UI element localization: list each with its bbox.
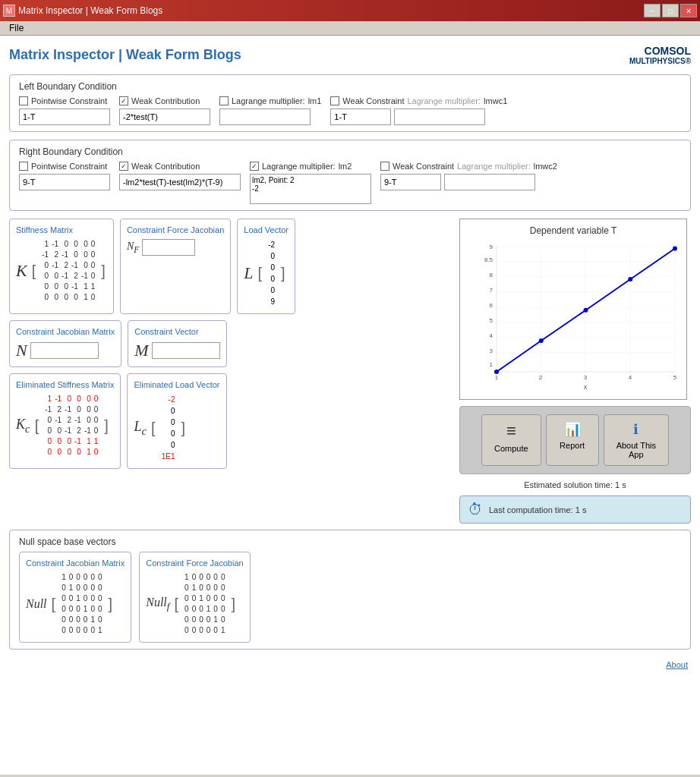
elim-stiffness-grid: 1-10000-12-10000-12-10000-12-10000-11100… (43, 394, 99, 458)
cjm-input[interactable] (30, 342, 99, 359)
null-space-section: Null space base vectors Constraint Jacob… (9, 530, 691, 650)
load-label: Load Vector (244, 225, 289, 234)
svg-text:1: 1 (495, 374, 499, 381)
right-bc-title: Right Boundary Condition (19, 146, 681, 157)
svg-point-31 (584, 308, 588, 313)
report-button[interactable]: 📊 Report (546, 414, 599, 466)
maximize-button[interactable]: □ (662, 4, 679, 17)
left-weak-group: Weak Contribution (119, 96, 210, 125)
chart-title: Dependent variable T (466, 225, 680, 236)
null-space-title: Null space base vectors (19, 536, 681, 547)
null-sym: Null (26, 597, 47, 611)
title-bar: M Matrix Inspector | Weak Form Blogs ─ □… (0, 0, 700, 21)
cjm-label: Constraint Jacobian Matrix (16, 327, 115, 336)
right-weak-label: Weak Contribution (119, 162, 241, 171)
left-matrices-col: Stiffness Matrix K [ 1-10000-12-10000-12… (9, 219, 453, 524)
middle-row: Stiffness Matrix K [ 1-10000-12-10000-12… (9, 219, 691, 524)
window-title: Matrix Inspector | Weak Form Blogs (18, 5, 162, 16)
comsol-sub: MULTIPHYSICS® (629, 57, 691, 65)
null-space-inner: Constraint Jacobian Matrix Null [ 100000… (19, 552, 681, 643)
svg-text:4: 4 (629, 374, 632, 381)
left-pointwise-group: Pointwise Constraint (19, 96, 110, 125)
right-panel: Dependent variable T (459, 219, 691, 524)
cfj-sym: NF (127, 241, 139, 255)
left-wc-checkbox[interactable] (330, 96, 339, 105)
buttons-panel: ≡ Compute 📊 Report ℹ About ThisApp (459, 406, 691, 474)
right-wc-checkbox[interactable] (380, 162, 389, 171)
svg-text:4: 4 (490, 332, 493, 339)
computation-badge: ⏱ Last computation time: 1 s (459, 495, 691, 524)
null-cfj-container: Nullf [ 10000001000000100000010000001000… (146, 572, 243, 636)
cfj-input[interactable] (142, 239, 195, 256)
right-wc-input[interactable] (380, 174, 441, 190)
load-sym: L (244, 263, 253, 283)
elim-load-values: -200001E1 (160, 394, 177, 462)
left-bc-section: Left Boundary Condition Pointwise Constr… (9, 74, 691, 132)
action-buttons-row: ≡ Compute 📊 Report ℹ About ThisApp (468, 414, 683, 466)
about-icon: ℹ (633, 421, 639, 438)
left-weak-checkbox[interactable] (119, 96, 128, 105)
left-bracket: [ (32, 263, 36, 280)
about-link[interactable]: About (9, 660, 691, 669)
right-weak-input[interactable] (119, 174, 241, 190)
svg-text:x: x (584, 383, 588, 391)
elim-load-sym: Lc (134, 419, 147, 438)
left-pointwise-input[interactable] (19, 109, 110, 125)
svg-text:9: 9 (490, 244, 493, 250)
left-lagrange-input[interactable] (219, 109, 311, 125)
right-lagrange-checkbox[interactable] (250, 162, 259, 171)
left-wc-group: Weak Constraint Lagrange multiplier: lmw… (330, 96, 507, 125)
cfj-block: Constraint Force Jacobian NF (120, 219, 231, 314)
right-wc-label: Weak Constraint Lagrange multiplier: lmw… (380, 162, 557, 171)
right-lagrange-group: Lagrange multiplier: lm2 lm2, Point: 2 -… (250, 162, 371, 204)
cjm-block: Constraint Jacobian Matrix N (9, 320, 121, 367)
left-wc-input[interactable] (330, 109, 391, 125)
right-wc-lagrange-input[interactable] (444, 174, 535, 190)
right-weak-checkbox[interactable] (119, 162, 128, 171)
svg-text:7: 7 (490, 287, 493, 294)
null-cjm-block: Constraint Jacobian Matrix Null [ 100000… (19, 552, 131, 643)
report-icon: 📊 (564, 421, 581, 438)
cv-container: M (134, 341, 219, 360)
cjm-sym: N (16, 341, 27, 360)
right-pointwise-checkbox[interactable] (19, 162, 28, 171)
left-bc-title: Left Boundary Condition (19, 81, 681, 92)
null-cfj-block: Constraint Force Jacobian Nullf [ 100000… (139, 552, 250, 643)
left-pointwise-checkbox[interactable] (19, 96, 28, 105)
right-pointwise-label: Pointwise Constraint (19, 162, 110, 171)
right-bracket: ] (101, 263, 106, 280)
left-lagrange-checkbox[interactable] (219, 96, 229, 105)
load-container: L [ -200009 ] (244, 239, 289, 307)
file-menu[interactable]: File (3, 21, 30, 35)
svg-point-33 (673, 247, 677, 251)
cfj-container: NF (127, 239, 224, 256)
right-wc-group: Weak Constraint Lagrange multiplier: lmw… (380, 162, 557, 190)
left-wc-lagrange-input[interactable] (394, 109, 485, 125)
bottom-matrices-row: Eliminated Stiffness Matrix Kc [ 1-10000… (9, 373, 453, 469)
clock-icon: ⏱ (468, 501, 483, 518)
left-pointwise-label: Pointwise Constraint (19, 96, 110, 105)
left-weak-input[interactable] (119, 109, 210, 125)
menu-bar: File (0, 21, 700, 36)
compute-label: Compute (494, 444, 528, 453)
right-lagrange-multi[interactable]: lm2, Point: 2 -2 (250, 174, 371, 204)
elim-stiffness-container: Kc [ 1-10000-12-10000-12-10000-12-10000-… (16, 394, 114, 458)
cjm-container: N (16, 341, 115, 360)
right-pointwise-input[interactable] (19, 174, 110, 190)
svg-text:5: 5 (490, 317, 493, 324)
null-cjm-container: Null [ 100000010000001000000100000010000… (26, 572, 125, 636)
cv-input[interactable] (152, 342, 220, 359)
left-lagrange-label: Lagrange multiplier: lm1 (219, 96, 321, 105)
close-button[interactable]: ✕ (680, 4, 697, 17)
about-app-button[interactable]: ℹ About ThisApp (604, 414, 669, 466)
about-label: About ThisApp (616, 441, 656, 459)
minimize-button[interactable]: ─ (644, 4, 661, 17)
svg-text:6: 6 (490, 302, 493, 309)
compute-button[interactable]: ≡ Compute (481, 414, 541, 466)
app-header: Matrix Inspector | Weak Form Blogs COMSO… (9, 45, 691, 65)
main-content: Matrix Inspector | Weak Form Blogs COMSO… (0, 36, 700, 775)
elim-load-container: Lc [ -200001E1 ] (134, 394, 219, 462)
svg-text:1: 1 (490, 361, 493, 368)
right-lagrange-label: Lagrange multiplier: lm2 (250, 162, 371, 171)
computation-text: Last computation time: 1 s (489, 505, 586, 514)
